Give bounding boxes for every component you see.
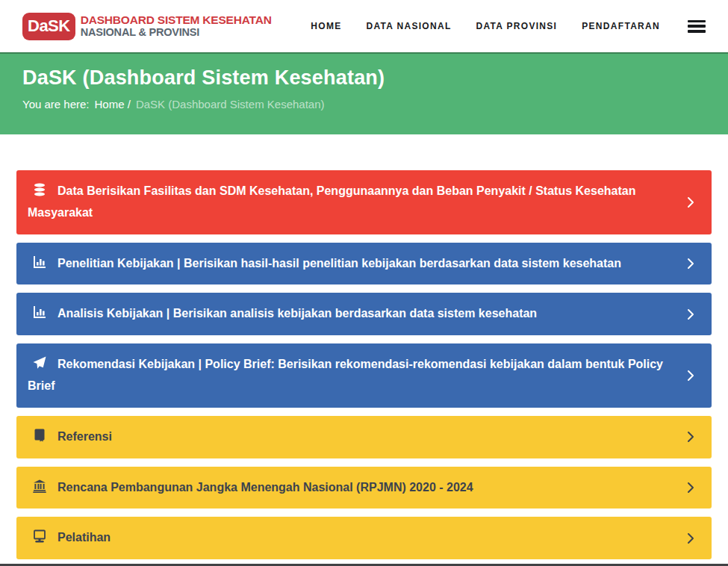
nav-item-home[interactable]: HOME <box>311 21 341 31</box>
accordion-item-pelatihan[interactable]: Pelatihan <box>16 517 712 559</box>
chevron-right-icon <box>685 308 697 320</box>
accordion-item-rpjmn[interactable]: Rencana Pembangunan Jangka Menengah Nasi… <box>16 467 712 509</box>
bank-icon <box>32 479 47 493</box>
chevron-right-icon <box>685 196 697 208</box>
top-header: DaSK DASHBOARD SISTEM KESEHATAN NASIONAL… <box>0 0 728 52</box>
accordion-item-label: Analisis Kebijakan | Berisikan analisis … <box>57 307 537 320</box>
site-logo[interactable]: DaSK DASHBOARD SISTEM KESEHATAN NASIONAL… <box>22 13 272 40</box>
accordion-item-referensi[interactable]: Referensi <box>16 416 712 458</box>
accordion-item-label: Referensi <box>57 430 112 443</box>
accordion-item-analisis-kebijakan[interactable]: Analisis Kebijakan | Berisikan analisis … <box>16 293 712 335</box>
nav-item-data-nasional[interactable]: DATA NASIONAL <box>367 21 452 31</box>
logo-title: DASHBOARD SISTEM KESEHATAN <box>81 14 272 26</box>
logo-subtitle: NASIONAL & PROVINSI <box>81 27 272 38</box>
accordion-item-label: Rencana Pembangunan Jangka Menengah Nasi… <box>57 481 473 494</box>
breadcrumb: You are here: Home / DaSK (Dashboard Sis… <box>22 98 706 111</box>
chevron-right-icon <box>685 482 697 494</box>
main-nav: HOME DATA NASIONAL DATA PROVINSI PENDAFT… <box>311 20 706 33</box>
page-title: DaSK (Dashboard Sistem Kesehatan) <box>22 66 706 90</box>
accordion-item-label: Data Berisikan Fasilitas dan SDM Kesehat… <box>28 184 635 219</box>
nav-item-pendaftaran[interactable]: PENDAFTARAN <box>582 21 660 31</box>
accordion-item-label: Rekomendasi Kebijakan | Policy Brief: Be… <box>28 358 663 392</box>
accordion-item-rekomendasi-kebijakan[interactable]: Rekomendasi Kebijakan | Policy Brief: Be… <box>16 343 712 408</box>
chevron-right-icon <box>685 370 697 382</box>
book-icon <box>32 429 47 442</box>
breadcrumb-prefix: You are here: <box>22 98 90 111</box>
database-icon <box>32 183 47 196</box>
accordion-list: Data Berisikan Fasilitas dan SDM Kesehat… <box>0 134 728 559</box>
paper-plane-icon <box>32 356 47 370</box>
page-hero: DaSK (Dashboard Sistem Kesehatan) You ar… <box>0 52 728 134</box>
logo-text: DASHBOARD SISTEM KESEHATAN NASIONAL & PR… <box>81 14 272 37</box>
accordion-item-label: Penelitian Kebijakan | Berisikan hasil-h… <box>57 257 621 270</box>
accordion-item-label: Pelatihan <box>57 531 111 544</box>
breadcrumb-home-link[interactable]: Home / <box>95 98 131 111</box>
breadcrumb-current: DaSK (Dashboard Sistem Kesehatan) <box>136 98 325 111</box>
accordion-item-data-fasilitas[interactable]: Data Berisikan Fasilitas dan SDM Kesehat… <box>16 170 712 234</box>
accordion-item-penelitian-kebijakan[interactable]: Penelitian Kebijakan | Berisikan hasil-h… <box>16 243 712 285</box>
hamburger-menu-icon[interactable] <box>688 20 706 33</box>
chevron-right-icon <box>685 532 697 544</box>
chevron-right-icon <box>685 431 697 443</box>
bar-chart-icon <box>32 305 47 319</box>
bar-chart-icon <box>32 255 47 269</box>
desktop-icon <box>32 529 47 543</box>
chevron-right-icon <box>685 258 697 270</box>
nav-item-data-provinsi[interactable]: DATA PROVINSI <box>476 21 558 31</box>
logo-badge: DaSK <box>22 13 75 40</box>
